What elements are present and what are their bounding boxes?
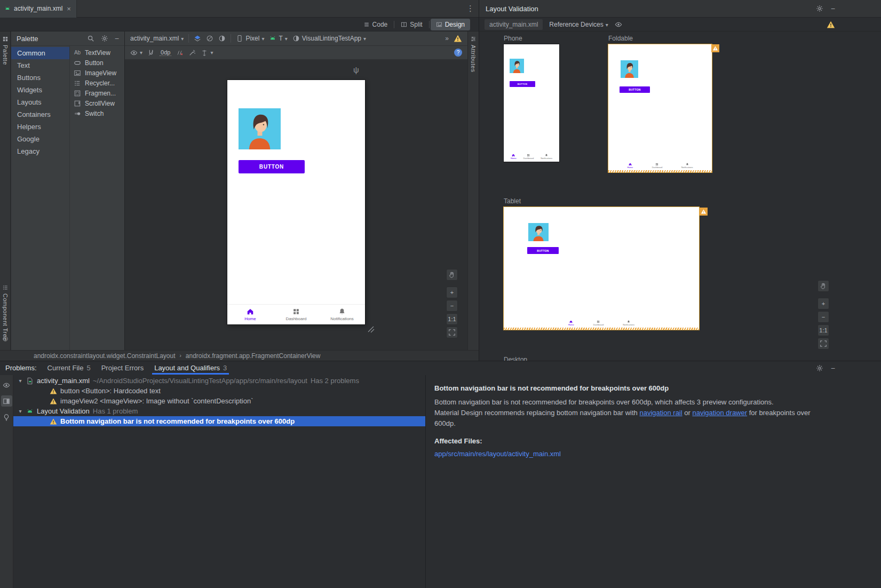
resize-grip-icon[interactable] xyxy=(367,325,375,333)
preview-label-foldable: Foldable xyxy=(608,35,633,42)
preview-phone[interactable]: BUTTON Home Dashboard Notifications xyxy=(504,44,559,162)
zoom-reset-button[interactable]: 1:1 xyxy=(817,324,829,336)
navigation-rail-link[interactable]: navigation rail xyxy=(639,409,682,417)
preview-foldable[interactable]: BUTTON Home Dashboard Notifications xyxy=(608,44,712,172)
palette-item-switch[interactable]: Switch xyxy=(70,108,124,118)
minimize-icon[interactable]: − xyxy=(115,34,119,43)
gear-icon[interactable] xyxy=(816,5,823,12)
problem-file-row[interactable]: ▾ activity_main.xml ~/AndroidStudioProje… xyxy=(13,376,425,386)
preview-toggle-button[interactable] xyxy=(1,379,12,391)
minimize-icon[interactable]: − xyxy=(831,4,835,13)
warning-icon[interactable] xyxy=(827,20,835,29)
preview-tablet[interactable]: BUTTON Home Dashboard Notifications xyxy=(504,207,699,330)
mode-code[interactable]: Code xyxy=(358,19,393,30)
api-level-icon xyxy=(269,35,276,42)
palette-category-helpers[interactable]: Helpers xyxy=(11,121,69,133)
validation-file-tab[interactable]: activity_main.xml xyxy=(485,19,543,30)
zoom-to-fit-button[interactable] xyxy=(446,327,458,338)
bottom-navigation[interactable]: Home Dashboard Notifications xyxy=(227,304,365,324)
file-tab[interactable]: activity_main.xml × xyxy=(0,0,77,18)
affected-file-link[interactable]: app/src/main/res/layout/activity_main.xm… xyxy=(434,450,870,458)
search-icon[interactable] xyxy=(87,35,94,42)
blueprint-toggle-icon[interactable] xyxy=(206,35,213,42)
nav-item-home[interactable]: Home xyxy=(227,305,273,324)
view-options-dropdown[interactable]: ▾ xyxy=(130,49,142,57)
palette-item-textview[interactable]: Ab TextView xyxy=(70,47,124,58)
attributes-stripe-tab[interactable]: Attributes xyxy=(468,34,479,72)
palette-category-widgets[interactable]: Widgets xyxy=(11,84,69,96)
design-canvas[interactable]: ψ BUTTON Home Dashboard xyxy=(125,60,467,350)
breadcrumb-constraintlayout[interactable]: androidx.constraintlayout.widget.Constra… xyxy=(34,352,176,360)
zoom-out-button[interactable]: − xyxy=(817,311,829,323)
problem-group-layout-validation[interactable]: ▾ Layout Validation Has 1 problem xyxy=(13,406,425,416)
pan-button[interactable] xyxy=(446,269,458,281)
mode-design[interactable]: Design xyxy=(431,19,470,30)
render-warning-icon[interactable] xyxy=(454,34,462,43)
more-actions-icon[interactable]: » xyxy=(445,35,449,42)
layout-file-dropdown[interactable]: activity_main.xml ▾ xyxy=(130,35,184,42)
gear-icon[interactable] xyxy=(101,35,108,42)
chevron-down-icon[interactable]: ▾ xyxy=(18,408,23,414)
palette-category-buttons[interactable]: Buttons xyxy=(11,71,69,84)
help-icon[interactable]: ? xyxy=(454,49,462,57)
zoom-to-fit-button[interactable] xyxy=(817,338,829,349)
imageview-avatar xyxy=(528,223,549,241)
problem-warning-row-content-description[interactable]: imageView2 <ImageView>: Image without `c… xyxy=(13,396,425,406)
close-icon[interactable]: × xyxy=(67,5,71,13)
breadcrumb-fragmentcontainerview[interactable]: androidx.fragment.app.FragmentContainerV… xyxy=(186,352,321,360)
palette-category-legacy[interactable]: Legacy xyxy=(11,145,69,157)
nav-item-notifications[interactable]: Notifications xyxy=(319,305,365,324)
home-icon xyxy=(247,308,254,315)
kebab-menu-icon[interactable]: ⋮ xyxy=(466,4,474,13)
palette-item-imageview[interactable]: ImageView xyxy=(70,68,124,78)
palette-category-google[interactable]: Google xyxy=(11,133,69,145)
palette-category-common[interactable]: Common xyxy=(11,47,69,59)
palette-category-text[interactable]: Text xyxy=(11,59,69,71)
palette-stripe-tab[interactable]: Palette xyxy=(0,34,10,65)
tab-layout-and-qualifiers[interactable]: Layout and Qualifiers 3 xyxy=(154,361,227,375)
component-tree-stripe-tab[interactable]: Component Tree xyxy=(0,282,10,341)
infer-constraints-icon[interactable] xyxy=(188,49,196,57)
autoconnect-icon[interactable] xyxy=(147,49,155,57)
lint-warning-badge[interactable] xyxy=(711,44,719,52)
zoom-reset-button[interactable]: 1:1 xyxy=(446,313,458,325)
palette-item-fragment[interactable]: Fragmen... xyxy=(70,88,124,98)
pan-button[interactable] xyxy=(817,280,829,292)
quickfix-button[interactable] xyxy=(1,411,12,423)
zoom-out-button[interactable]: − xyxy=(446,300,458,312)
bottom-stripe-tool[interactable] xyxy=(0,333,10,342)
default-margin-value[interactable]: 0dp xyxy=(160,49,171,56)
clear-constraints-icon[interactable] xyxy=(176,49,184,57)
device-dropdown[interactable]: Pixel ▾ xyxy=(236,35,264,42)
imageview-avatar[interactable] xyxy=(239,108,281,149)
palette-item-scrollview[interactable]: ScrollView xyxy=(70,98,124,108)
chevron-down-icon[interactable]: ▾ xyxy=(18,378,23,384)
device-preview[interactable]: BUTTON Home Dashboard Notifications xyxy=(227,80,365,324)
navigation-drawer-link[interactable]: navigation drawer xyxy=(692,409,747,417)
details-toggle-button[interactable] xyxy=(1,395,12,407)
tab-project-errors[interactable]: Project Errors xyxy=(101,361,144,375)
problem-selected-row[interactable]: Bottom navigation bar is not recommended… xyxy=(13,416,425,426)
gear-icon[interactable] xyxy=(816,364,823,372)
preview-button[interactable]: BUTTON xyxy=(239,160,305,173)
palette-category-layouts[interactable]: Layouts xyxy=(11,96,69,108)
api-level-dropdown[interactable]: T ▾ xyxy=(269,35,287,42)
theme-dropdown[interactable]: VisualLintingTestApp ▾ xyxy=(292,35,366,42)
reference-devices-dropdown[interactable]: Reference Devices ▾ xyxy=(549,21,608,28)
visibility-icon[interactable] xyxy=(615,21,622,28)
tab-current-file[interactable]: Current File 5 xyxy=(47,361,91,375)
breadcrumb-separator: › xyxy=(180,353,181,359)
zoom-in-button[interactable]: + xyxy=(817,298,829,309)
lint-warning-badge[interactable] xyxy=(700,208,708,216)
default-margins-dropdown[interactable]: ▾ xyxy=(201,49,213,57)
mode-split[interactable]: Split xyxy=(395,19,427,30)
nav-item-dashboard[interactable]: Dashboard xyxy=(273,305,319,324)
problem-warning-row-hardcoded-text[interactable]: button <Button>: Hardcoded text xyxy=(13,386,425,396)
palette-category-containers[interactable]: Containers xyxy=(11,108,69,121)
palette-item-button[interactable]: Button xyxy=(70,58,124,68)
design-surface-icon[interactable] xyxy=(194,35,201,42)
night-mode-icon[interactable] xyxy=(218,35,226,42)
minimize-icon[interactable]: − xyxy=(831,364,835,372)
palette-item-recyclerview[interactable]: Recycler... xyxy=(70,78,124,88)
zoom-in-button[interactable]: + xyxy=(446,287,458,298)
